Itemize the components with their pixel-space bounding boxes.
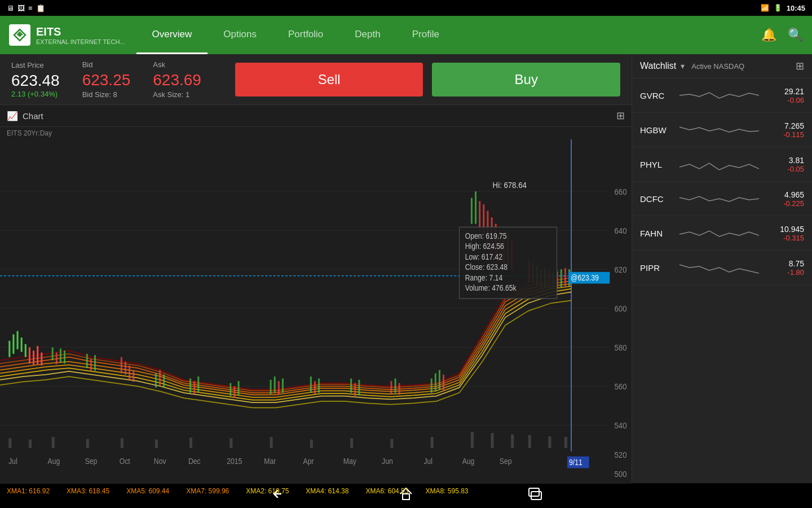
svg-rect-99	[350, 438, 353, 448]
tab-profile[interactable]: Profile	[396, 16, 455, 54]
svg-rect-47	[233, 386, 235, 398]
watchlist-item-gvrc[interactable]: GVRC 29.21 -0.06	[632, 78, 812, 113]
xma7: XMA7: 599.96	[186, 487, 229, 495]
svg-rect-33	[86, 354, 88, 368]
price-header: Last Price 623.48 2.13 (+0.34%) Bid 623.…	[0, 54, 632, 105]
ticker-phyl: PHYL	[640, 160, 674, 169]
svg-rect-101	[431, 437, 434, 448]
svg-rect-56	[350, 379, 352, 393]
last-price-value: 623.48	[11, 72, 60, 90]
svg-text:540: 540	[614, 421, 626, 430]
sell-button[interactable]: Sell	[235, 63, 423, 97]
change-pipr: -1.80	[787, 268, 804, 277]
svg-text:520: 520	[614, 450, 626, 459]
tab-options[interactable]: Options	[208, 16, 272, 54]
watchlist-item-fahn[interactable]: FAHN 10.945 -0.315	[632, 216, 812, 251]
chart-container[interactable]: 660 640 620 600 580 560 540 520 500	[0, 139, 632, 484]
tab-overview[interactable]: Overview	[136, 16, 208, 54]
svg-text:May: May	[343, 457, 357, 466]
watchlist-item-phyl[interactable]: PHYL 3.81 -0.05	[632, 147, 812, 182]
svg-text:Sep: Sep	[85, 457, 98, 466]
svg-rect-40	[155, 373, 157, 387]
svg-rect-91	[52, 437, 55, 448]
tab-depth[interactable]: Depth	[339, 16, 396, 54]
svg-rect-89	[8, 438, 11, 448]
svg-rect-38	[129, 366, 130, 380]
svg-rect-94	[155, 440, 158, 448]
watchlist-expand-icon[interactable]: ⊞	[796, 60, 804, 72]
status-bar: 🖥 🖼 ≡ 📋 📶 🔋 10:45	[0, 0, 812, 16]
watchlist-panel: Watchlist ▾ Active NASDAQ ⊞ GVRC 29.21 -…	[632, 54, 812, 483]
chart-expand-icon[interactable]: ⊞	[616, 110, 625, 122]
svg-rect-57	[354, 383, 356, 396]
notification-button[interactable]: 🔔	[761, 28, 776, 42]
chart-title: Chart	[23, 111, 43, 121]
sparkline-fahn	[679, 222, 759, 244]
ticker-label: EITS	[36, 25, 125, 38]
svg-rect-28	[41, 353, 42, 366]
watchlist-item-hgbw[interactable]: HGBW 7.265 -0.115	[632, 113, 812, 147]
xma1: XMA1: 616.92	[7, 487, 50, 495]
svg-text:580: 580	[614, 343, 626, 352]
watchlist-dropdown-icon[interactable]: ▾	[681, 62, 685, 71]
price-pipr: 8.75	[789, 259, 804, 268]
svg-rect-53	[310, 376, 312, 393]
svg-rect-98	[310, 440, 313, 448]
ticker-hgbw: HGBW	[640, 125, 674, 135]
svg-rect-104	[511, 435, 514, 448]
nav-logo: EITS EXTERNAL INTERNET TECH...	[9, 24, 125, 46]
svg-rect-102	[471, 432, 474, 448]
svg-rect-96	[230, 438, 232, 448]
ticker-fahn: FAHN	[640, 229, 674, 238]
sparkline-hgbw	[679, 119, 759, 141]
buy-button[interactable]: Buy	[432, 63, 620, 97]
nav-tabs: Overview Options Portfolio Depth Profile	[136, 16, 762, 54]
svg-rect-55	[318, 379, 320, 393]
prices-gvrc: 29.21 -0.06	[765, 87, 804, 104]
svg-rect-86	[564, 268, 566, 286]
svg-rect-25	[29, 347, 30, 364]
bid-label: Bid	[82, 60, 93, 69]
svg-rect-52	[282, 379, 284, 393]
screen-icon: 🖥	[7, 4, 14, 12]
svg-text:2015: 2015	[227, 457, 242, 466]
svg-rect-34	[90, 359, 92, 371]
svg-rect-67	[475, 191, 476, 224]
svg-rect-59	[390, 381, 392, 394]
svg-rect-60	[394, 379, 396, 393]
svg-text:600: 600	[614, 304, 626, 313]
clock: 10:45	[787, 4, 805, 12]
svg-text:Volume: 476.65k: Volume: 476.65k	[465, 283, 517, 292]
svg-rect-43	[189, 379, 191, 393]
chart-subtitle: EITS 20Yr:Day	[0, 127, 632, 139]
watchlist-item-pipr[interactable]: PIPR 8.75 -1.80	[632, 251, 812, 285]
svg-rect-54	[314, 381, 316, 394]
svg-text:Range:   7.14: Range: 7.14	[465, 273, 502, 282]
status-icons: 🖥 🖼 ≡ 📋	[7, 4, 45, 12]
svg-text:Mar: Mar	[264, 457, 276, 466]
svg-text:Aug: Aug	[462, 457, 475, 466]
svg-rect-35	[94, 355, 96, 371]
svg-rect-23	[21, 338, 23, 352]
battery-icon: 🔋	[774, 4, 782, 12]
svg-rect-42	[163, 375, 165, 388]
search-button[interactable]: 🔍	[788, 28, 803, 42]
chart-svg: 660 640 620 600 580 560 540 520 500	[0, 139, 632, 484]
tab-portfolio[interactable]: Portfolio	[272, 16, 339, 54]
svg-rect-93	[121, 438, 123, 448]
svg-text:Jul: Jul	[423, 457, 433, 466]
chart-area: 📈 Chart ⊞ EITS 20Yr:Day	[0, 105, 632, 483]
svg-rect-29	[52, 347, 54, 360]
watchlist-item-dcfc[interactable]: DCFC 4.965 -0.225	[632, 182, 812, 216]
clipboard-icon: 📋	[36, 4, 45, 12]
svg-rect-65	[443, 375, 444, 391]
svg-rect-1	[0, 139, 632, 484]
svg-rect-37	[125, 362, 126, 375]
svg-text:High:    624.56: High: 624.56	[465, 242, 504, 251]
svg-text:Hi: 678.64: Hi: 678.64	[493, 181, 527, 190]
svg-rect-27	[37, 346, 38, 364]
ticker-gvrc: GVRC	[640, 91, 674, 100]
wifi-icon: 📶	[761, 4, 769, 12]
change-phyl: -0.05	[787, 165, 804, 173]
svg-rect-58	[358, 380, 360, 396]
